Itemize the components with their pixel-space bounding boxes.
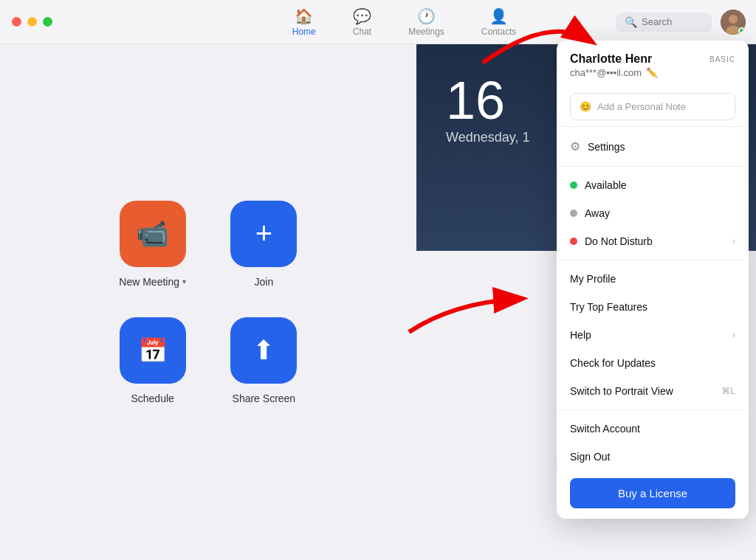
sign-out-left: Sign Out — [570, 451, 610, 463]
divider-4 — [557, 409, 749, 410]
buy-license-button[interactable]: Buy a License — [570, 478, 735, 508]
action-grid: 📹 New Meeting ▾ + Join 📅 — [119, 201, 297, 404]
available-label: Available — [585, 179, 627, 191]
portrait-view-label: Switch to Portrait View — [570, 385, 673, 397]
contacts-icon: 👤 — [489, 7, 508, 25]
camera-icon: 📹 — [136, 218, 169, 249]
away-label: Away — [585, 207, 610, 219]
gear-icon: ⚙ — [570, 139, 580, 153]
my-profile-item[interactable]: My Profile — [557, 265, 749, 293]
help-item[interactable]: Help › — [557, 321, 749, 349]
divider-2 — [557, 166, 749, 167]
status-available-left: Available — [570, 179, 627, 191]
action-item-join[interactable]: + Join — [230, 201, 298, 288]
user-plan-badge: BASIC — [709, 55, 735, 63]
new-meeting-button[interactable]: 📹 — [120, 201, 186, 267]
chat-icon: 💬 — [353, 7, 371, 25]
user-email: cha***@▪▪▪il.com ✏️ — [570, 67, 735, 78]
share-screen-button[interactable]: ⬆ — [230, 317, 297, 384]
switch-account-item[interactable]: Switch Account — [557, 415, 749, 443]
check-updates-left: Check for Updates — [570, 357, 656, 369]
tab-home[interactable]: 🏠 Home — [292, 0, 316, 44]
available-dot — [570, 182, 577, 189]
sign-out-item[interactable]: Sign Out — [557, 443, 749, 471]
switch-account-label: Switch Account — [570, 423, 640, 435]
help-chevron-icon: › — [732, 330, 735, 340]
title-bar: 🏠 Home 💬 Chat 🕐 Meetings 👤 Contacts 🔍 — [0, 0, 756, 44]
tab-chat-label: Chat — [353, 27, 371, 37]
share-screen-label: Share Screen — [233, 393, 296, 404]
status-dnd-left: Do Not Disturb — [570, 235, 653, 247]
edit-icon[interactable]: ✏️ — [646, 67, 658, 78]
status-available[interactable]: Available — [557, 171, 749, 199]
portrait-shortcut: ⌘L — [721, 386, 735, 396]
try-top-features-label: Try Top Features — [570, 301, 647, 313]
plus-icon: + — [255, 217, 272, 250]
tab-contacts-label: Contacts — [481, 27, 516, 37]
check-updates-label: Check for Updates — [570, 357, 656, 369]
tab-home-label: Home — [292, 27, 316, 37]
settings-label: Settings — [588, 141, 625, 153]
dnd-label: Do Not Disturb — [585, 235, 653, 247]
schedule-text: Schedule — [131, 393, 173, 404]
personal-note-box[interactable]: 😊 Add a Personal Note — [570, 93, 735, 120]
tab-contacts[interactable]: 👤 Contacts — [481, 0, 516, 44]
away-dot — [570, 210, 577, 217]
sign-out-label: Sign Out — [570, 451, 610, 463]
personal-note-label: Add a Personal Note — [597, 101, 686, 112]
status-away-left: Away — [570, 207, 610, 219]
divider-1 — [557, 126, 749, 127]
search-input[interactable] — [642, 16, 701, 27]
settings-item[interactable]: ⚙ Settings — [557, 131, 749, 162]
chevron-right-icon: › — [732, 236, 735, 246]
calendar-icon: 📅 — [138, 336, 168, 364]
settings-item-left: ⚙ Settings — [570, 139, 625, 153]
search-box[interactable]: 🔍 — [616, 13, 712, 32]
share-screen-text: Share Screen — [233, 393, 296, 404]
new-meeting-label: New Meeting ▾ — [119, 276, 186, 288]
minimize-button[interactable] — [27, 17, 37, 27]
user-name: Charlotte Henr BASIC — [570, 52, 735, 66]
dnd-dot — [570, 238, 577, 245]
search-icon: 🔍 — [625, 16, 637, 28]
action-item-schedule[interactable]: 📅 Schedule — [119, 317, 186, 404]
schedule-button[interactable]: 📅 — [120, 317, 186, 384]
status-away[interactable]: Away — [557, 199, 749, 227]
status-indicator — [738, 27, 746, 35]
search-area: 🔍 — [616, 13, 712, 32]
try-top-features-item[interactable]: Try Top Features — [557, 293, 749, 321]
try-top-features-left: Try Top Features — [570, 301, 647, 313]
new-meeting-text: New Meeting — [119, 276, 179, 288]
meetings-icon: 🕐 — [417, 7, 436, 25]
join-button[interactable]: + — [230, 201, 297, 267]
chevron-down-icon: ▾ — [182, 277, 186, 286]
help-left: Help — [570, 329, 591, 341]
portrait-view-item[interactable]: Switch to Portrait View ⌘L — [557, 377, 749, 405]
help-label: Help — [570, 329, 591, 341]
avatar[interactable] — [721, 10, 746, 35]
action-item-share-screen[interactable]: ⬆ Share Screen — [230, 317, 298, 404]
emoji-icon: 😊 — [580, 101, 591, 112]
dropdown-menu: Charlotte Henr BASIC cha***@▪▪▪il.com ✏️… — [557, 41, 749, 519]
switch-account-left: Switch Account — [570, 423, 640, 435]
my-profile-label: My Profile — [570, 273, 616, 285]
close-button[interactable] — [12, 17, 21, 27]
join-label: Join — [255, 276, 274, 288]
action-item-new-meeting[interactable]: 📹 New Meeting ▾ — [119, 201, 186, 288]
tab-meetings[interactable]: 🕐 Meetings — [408, 0, 444, 44]
upload-icon: ⬆ — [252, 335, 275, 366]
home-icon: 🏠 — [295, 7, 313, 25]
avatar-area — [721, 10, 746, 35]
tab-meetings-label: Meetings — [408, 27, 444, 37]
maximize-button[interactable] — [43, 17, 52, 27]
my-profile-left: My Profile — [570, 273, 616, 285]
tab-chat[interactable]: 💬 Chat — [353, 0, 371, 44]
window-controls — [0, 17, 52, 27]
check-updates-item[interactable]: Check for Updates — [557, 349, 749, 377]
status-dnd[interactable]: Do Not Disturb › — [557, 227, 749, 255]
user-email-text: cha***@▪▪▪il.com — [570, 67, 642, 78]
left-panel: 📹 New Meeting ▾ + Join 📅 — [0, 44, 416, 560]
join-text: Join — [255, 276, 274, 288]
svg-point-1 — [729, 15, 738, 24]
portrait-view-left: Switch to Portrait View — [570, 385, 673, 397]
